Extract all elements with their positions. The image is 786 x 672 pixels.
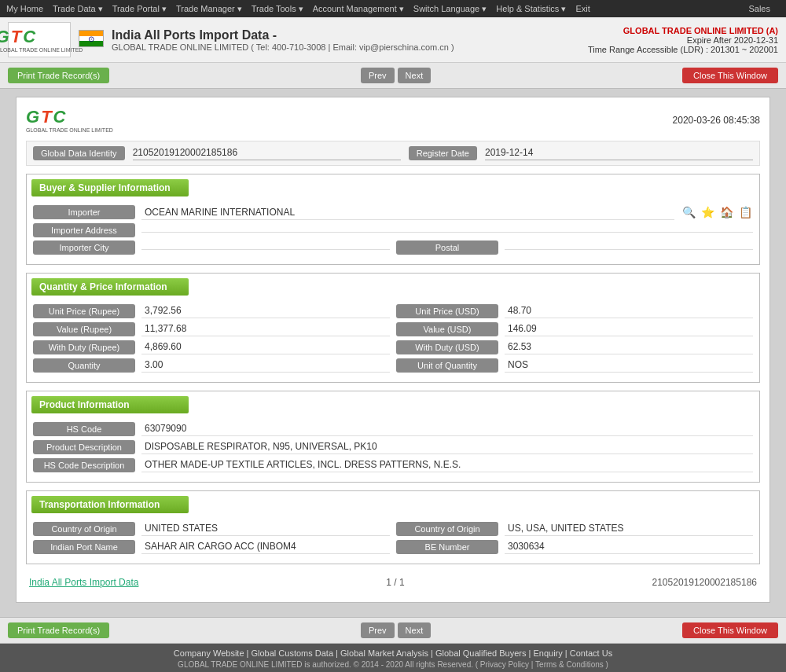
hs-code-desc-row: HS Code Description OTHER MADE-UP TEXTIL… [33,457,753,472]
with-duty-rupee-value: 4,869.60 [141,340,390,354]
page-header: G T C GLOBAL TRADE ONLINE LIMITED India … [0,17,786,63]
nav-switch-language[interactable]: Switch Language ▾ [413,4,487,14]
quantity-row: Quantity 3.00 Unit of Quantity NOS [33,358,753,373]
value-row: Value (Rupee) 11,377.68 Value (USD) 146.… [33,321,753,336]
account-company-name: GLOBAL TRADE ONLINE LIMITED (A) [588,26,778,35]
country-origin-value: UNITED STATES [141,521,390,536]
postal-value [505,246,753,250]
prev-button[interactable]: Prev [361,68,395,83]
identity-row: Global Data Identity 2105201912000218518… [26,141,760,166]
importer-address-row: Importer Address [33,223,753,237]
bottom-toolbar-left: Print Trade Record(s) [8,622,109,638]
nav-trade-portal[interactable]: Trade Portal ▾ [112,4,167,14]
quantity-value: 3.00 [141,358,390,373]
close-button[interactable]: Close This Window [682,68,778,83]
footer-global-market[interactable]: Global Market Analysis [340,648,428,658]
country-origin2-label: Country of Origin [396,522,498,536]
toolbar-left: Print Trade Record(s) [8,68,109,83]
action-icons: 🔍 ⭐ 🏠 📋 [681,204,753,220]
unit-price-rupee-value: 3,792.56 [141,303,390,318]
title-separator: - [273,28,277,42]
indian-port-label: Indian Port Name [33,540,135,554]
footer-links: Company Website | Global Customs Data | … [8,648,778,658]
product-body: HS Code 63079090 Product Description DIS… [27,418,759,482]
hs-code-value: 63079090 [141,421,753,436]
site-footer: Company Website | Global Customs Data | … [0,644,786,672]
value-rupee-label: Value (Rupee) [33,322,135,336]
book-icon[interactable]: 📋 [737,204,753,220]
nav-exit[interactable]: Exit [575,4,590,13]
nav-my-home[interactable]: My Home [6,4,43,13]
toolbar-center: Prev Next [361,68,431,83]
product-desc-label: Product Description [33,440,135,454]
footer-enquiry[interactable]: Enquiry [533,648,562,658]
logo-c: C [23,27,35,47]
footer-contact-us[interactable]: Contact Us [570,648,612,658]
postal-label: Postal [396,241,498,255]
product-desc-value: DISPOSABLE RESPIRATOR, N95, UNIVERSAL, P… [141,439,753,454]
nav-trade-tools[interactable]: Trade Tools ▾ [252,4,303,14]
record-timestamp: 2020-03-26 08:45:38 [673,115,760,126]
record-logo-subtitle: GLOBAL TRADE ONLINE LIMITED [26,127,113,133]
product-desc-row: Product Description DISPOSABLE RESPIRATO… [33,439,753,454]
value-usd-value: 146.09 [505,321,753,336]
unit-price-row: Unit Price (Rupee) 3,792.56 Unit Price (… [33,303,753,318]
top-toolbar: Print Trade Record(s) Prev Next Close Th… [0,63,786,89]
with-duty-row: With Duty (Rupee) 4,869.60 With Duty (US… [33,340,753,354]
nav-help-statistics[interactable]: Help & Statistics ▾ [496,4,566,14]
card-footer: India All Ports Import Data 1 / 1 210520… [26,572,760,593]
logo-g: G [0,27,9,47]
buyer-supplier-title: Buyer & Supplier Information [31,179,189,196]
print-button[interactable]: Print Trade Record(s) [8,68,109,83]
quantity-price-body: Unit Price (Rupee) 3,792.56 Unit Price (… [27,300,759,382]
value-usd-label: Value (USD) [396,322,498,336]
record-logo-c: C [53,107,66,127]
country-origin-row: Country of Origin UNITED STATES Country … [33,521,753,536]
with-duty-usd-value: 62.53 [505,340,753,354]
transportation-title: Transportation Information [31,496,189,513]
page-title: India All Ports Import Data - [112,28,588,42]
next-button[interactable]: Next [398,68,432,83]
bottom-next-button[interactable]: Next [398,622,432,638]
nav-trade-manager[interactable]: Trade Manager ▾ [176,4,242,14]
footer-global-qualified[interactable]: Global Qualified Buyers [435,648,527,658]
quantity-price-section: Quantity & Price Information Unit Price … [26,273,760,383]
company-contact: GLOBAL TRADE ONLINE LIMITED ( Tel: 400-7… [112,42,588,52]
search-icon[interactable]: 🔍 [681,204,696,220]
transportation-body: Country of Origin UNITED STATES Country … [27,518,759,564]
nav-trade-data[interactable]: Trade Data ▾ [53,4,103,14]
nav-account-management[interactable]: Account Management ▾ [313,4,404,14]
bottom-toolbar-right: Close This Window [682,622,778,638]
logo-t: T [11,27,21,47]
product-title: Product Information [31,396,189,413]
with-duty-usd-label: With Duty (USD) [396,340,498,354]
importer-value: OCEAN MARINE INTERNATIONAL [141,205,674,220]
bottom-prev-button[interactable]: Prev [361,622,395,638]
with-duty-rupee-label: With Duty (Rupee) [33,340,135,354]
importer-city-label: Importer City [33,241,135,255]
footer-copyright: GLOBAL TRADE ONLINE LIMITED is authorize… [8,660,778,669]
be-number-label: BE Number [396,540,498,554]
record-logo: G T C GLOBAL TRADE ONLINE LIMITED [26,107,113,133]
unit-of-quantity-value: NOS [505,358,753,373]
time-range: Time Range Accessible (LDR) : 201301 ~ 2… [588,45,778,54]
footer-global-customs[interactable]: Global Customs Data [252,648,334,658]
footer-link[interactable]: India All Ports Import Data [29,577,138,588]
title-text: India All Ports Import Data [112,28,269,42]
home-icon[interactable]: 🏠 [718,204,734,220]
star-icon[interactable]: ⭐ [700,204,715,220]
importer-label: Importer [33,205,135,219]
buyer-supplier-section: Buyer & Supplier Information Importer OC… [26,174,760,265]
footer-company-website[interactable]: Company Website [174,648,244,658]
indian-port-row: Indian Port Name SAHAR AIR CARGO ACC (IN… [33,539,753,554]
country-flag [79,30,104,50]
bottom-close-button[interactable]: Close This Window [682,622,778,638]
bottom-print-button[interactable]: Print Trade Record(s) [8,622,109,638]
register-date-value: 2019-12-14 [485,147,753,160]
buyer-supplier-body: Importer OCEAN MARINE INTERNATIONAL 🔍 ⭐ … [27,201,759,264]
logo-subtitle: GLOBAL TRADE ONLINE LIMITED [0,47,83,53]
unit-price-usd-value: 48.70 [505,303,753,318]
bottom-toolbar: Print Trade Record(s) Prev Next Close Th… [0,617,786,644]
register-date-label: Register Date [409,146,477,160]
hs-code-desc-label: HS Code Description [33,458,135,472]
